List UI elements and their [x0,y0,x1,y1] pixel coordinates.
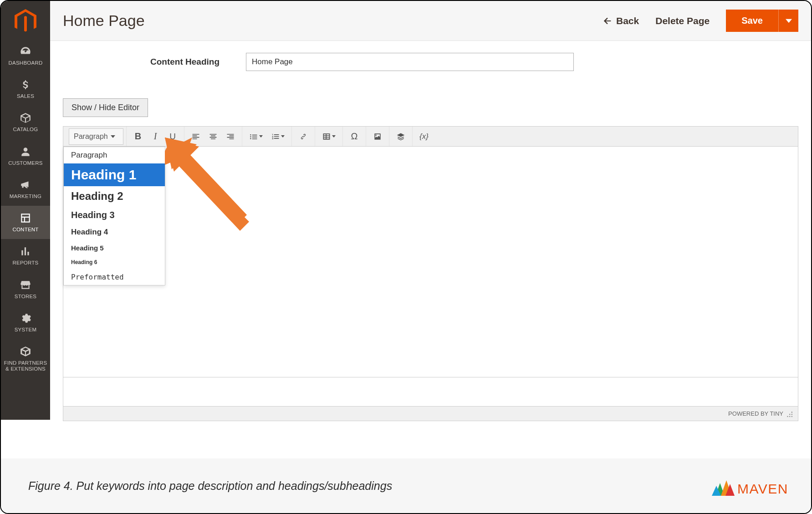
storefront-icon [20,279,31,291]
layout-icon [20,212,31,224]
table-button[interactable] [318,128,340,145]
caret-down-icon [281,135,285,137]
widget-button[interactable] [392,128,409,145]
back-button[interactable]: Back [603,15,639,26]
figure-caption: Figure 4. Put keywords into page descrip… [28,479,392,493]
special-char-button[interactable]: Ω [346,128,363,145]
number-list-button[interactable] [267,128,289,145]
bullet-list-icon [249,132,258,141]
format-option-preformatted[interactable]: Preformatted [64,269,165,285]
toggle-editor-button[interactable]: Show / Hide Editor [63,98,148,117]
delete-page-button[interactable]: Delete Page [655,15,710,26]
nav-system[interactable]: SYSTEM [1,306,50,339]
italic-button[interactable]: I [147,128,164,145]
page-header: Home Page Back Delete Page Save [50,1,811,41]
layers-icon [396,132,405,141]
back-label: Back [616,15,639,26]
nav-content[interactable]: CONTENT [1,206,50,239]
maven-logo: maven [712,478,788,500]
nav-reports[interactable]: REPORTS [1,239,50,272]
nav-label: FIND PARTNERS & EXTENSIONS [3,360,48,372]
figure-caption-bar: Figure 4. Put keywords into page descrip… [1,458,811,513]
bullet-list-button[interactable] [245,128,267,145]
align-right-icon [226,132,235,141]
format-option-heading3[interactable]: Heading 3 [64,206,165,224]
format-select[interactable]: Paragraph [69,128,123,145]
caret-down-icon [332,135,336,137]
underline-icon: U [169,132,176,142]
format-option-heading5[interactable]: Heading 5 [64,240,165,255]
nav-label: MARKETING [10,193,41,199]
nav-label: CUSTOMERS [8,160,42,166]
nav-label: CONTENT [12,227,38,233]
caret-down-icon [259,135,263,137]
link-button[interactable] [295,128,312,145]
editor-toolbar: Paragraph B I U [63,127,798,147]
italic-icon: I [154,131,157,142]
admin-sidebar: DASHBOARD SALES CATALOG CUSTOMERS MARKET… [1,1,50,420]
nav-customers[interactable]: CUSTOMERS [1,139,50,173]
caret-down-icon [786,18,792,24]
page-title: Home Page [63,12,145,30]
nav-label: SALES [17,93,34,99]
align-center-icon [209,132,218,141]
image-icon [373,132,382,141]
arrow-left-icon [603,16,613,26]
nav-dashboard[interactable]: DASHBOARD [1,39,50,72]
format-option-heading4[interactable]: Heading 4 [64,224,165,240]
underline-button[interactable]: U [164,128,181,145]
align-center-button[interactable] [204,128,222,145]
bar-chart-icon [20,245,31,257]
nav-label: STORES [15,294,36,300]
gear-icon [20,312,31,324]
variable-button[interactable]: {x} [415,128,433,145]
align-left-icon [191,132,200,141]
content-heading-label: Content Heading [150,57,246,67]
link-icon [299,132,308,141]
save-button[interactable]: Save [726,10,778,32]
maven-logo-text: maven [737,481,788,497]
format-option-heading2[interactable]: Heading 2 [64,186,165,206]
align-right-button[interactable] [222,128,239,145]
align-left-button[interactable] [187,128,204,145]
format-dropdown: Paragraph Heading 1 Heading 2 Heading 3 … [63,147,165,285]
magento-logo-icon [15,9,36,31]
resize-grip-icon[interactable] [786,411,792,417]
divider [63,377,798,377]
megaphone-icon [20,179,31,191]
person-icon [20,146,31,158]
dollar-icon [20,79,31,91]
bold-button[interactable]: B [129,128,147,145]
nav-label: CATALOG [13,127,38,132]
powered-by-label: POWERED BY TINY [728,410,783,417]
nav-catalog[interactable]: CATALOG [1,106,50,139]
format-option-paragraph[interactable]: Paragraph [64,147,165,163]
content-area: Content Heading Show / Hide Editor Parag… [50,41,811,418]
table-icon [322,132,331,141]
nav-sales[interactable]: SALES [1,72,50,106]
maven-logo-icon [712,478,735,500]
variable-icon: {x} [419,132,429,141]
content-heading-field: Content Heading [150,53,811,71]
gauge-icon [20,46,31,57]
nav-label: REPORTS [13,260,39,266]
save-dropdown-toggle[interactable] [778,10,798,32]
editor-canvas[interactable]: Paragraph Heading 1 Heading 2 Heading 3 … [63,147,798,406]
image-button[interactable] [369,128,386,145]
save-button-group: Save [726,10,798,32]
omega-icon: Ω [351,131,358,142]
bold-icon: B [135,131,141,142]
number-list-icon [271,132,280,141]
nav-label: SYSTEM [15,327,37,333]
format-option-heading1[interactable]: Heading 1 [64,163,165,186]
nav-partners[interactable]: FIND PARTNERS & EXTENSIONS [1,339,50,378]
box-icon [20,112,31,124]
content-heading-input[interactable] [246,53,574,71]
delete-label: Delete Page [655,15,710,26]
nav-marketing[interactable]: MARKETING [1,173,50,206]
caret-down-icon [111,135,115,138]
editor-footer: POWERED BY TINY [63,406,798,421]
format-option-heading6[interactable]: Heading 6 [64,255,165,269]
nav-stores[interactable]: STORES [1,273,50,306]
puzzle-icon [20,346,31,357]
